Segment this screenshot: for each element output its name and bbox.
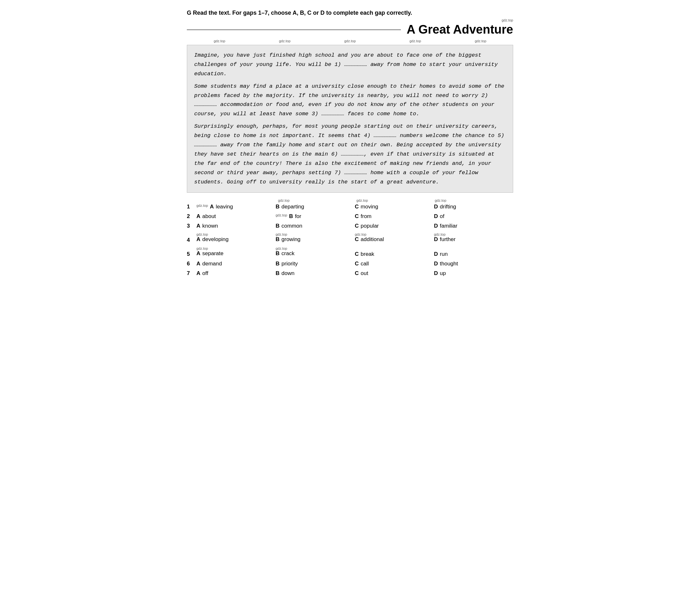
answer-num-7: 7 (187, 270, 197, 276)
word-5b: crack (282, 250, 295, 257)
letter-6c: C (355, 261, 359, 267)
watermark-5: gdz.top (475, 39, 486, 43)
answer-1a: gdz.top A leaving (197, 204, 276, 210)
answer-2a: A about (197, 213, 276, 220)
letter-6d: D (434, 261, 438, 267)
word-2d: of (440, 213, 445, 220)
answer-1d: D drifting (434, 204, 513, 210)
watermark-1: gdz.top (214, 39, 225, 43)
answer-1b: B departing (276, 204, 355, 210)
answer-num-4: 4 (187, 232, 197, 243)
answer-5d: D run (434, 246, 513, 257)
answer-6c: C call (355, 261, 434, 267)
col-d-watermark: gdz.top (435, 198, 513, 202)
letter-4d: D (434, 236, 438, 243)
answer-num-2: 2 (187, 213, 197, 220)
letter-3d: D (434, 223, 438, 229)
word-6d: thought (440, 261, 458, 267)
letter-7b: B (276, 270, 279, 276)
answer-5c: C break (355, 246, 434, 257)
letter-4a: A (197, 236, 200, 243)
paragraph-1: Imagine, you have just finished high sch… (194, 51, 506, 79)
word-3a: known (202, 223, 218, 229)
answer-3c: C popular (355, 223, 434, 229)
watermark-5a: gdz.top (197, 246, 276, 250)
word-2b: for (295, 213, 301, 220)
answer-6a: A demand (197, 261, 276, 267)
answer-5b-col: gdz.top B crack (276, 246, 355, 257)
answer-7a: A off (197, 270, 276, 276)
answer-7c: C out (355, 270, 434, 276)
watermark-2: gdz.top (279, 39, 290, 43)
word-7a: off (202, 270, 208, 276)
answer-row-6: 6 A demand B priority C call D thought (187, 261, 513, 267)
letter-1a: A (210, 204, 214, 210)
answer-3b: B common (276, 223, 355, 229)
page-title: A Great Adventure (407, 23, 513, 37)
answer-4c-col: gdz.top C additional (355, 232, 434, 243)
watermark-header: gdz.top (502, 18, 513, 22)
word-7b: down (282, 270, 295, 276)
letter-2a: A (197, 213, 200, 220)
answer-row-7: 7 A off B down C out D up (187, 270, 513, 276)
answer-6b: B priority (276, 261, 355, 267)
answer-4a: A developing (197, 236, 276, 243)
watermarks-row: gdz.top gdz.top gdz.top gdz.top gdz.top (187, 39, 513, 43)
watermark-1a: gdz.top (197, 204, 208, 207)
answer-4a-col: gdz.top A developing (197, 232, 276, 243)
letter-3a: A (197, 223, 200, 229)
answer-3d: D familiar (434, 223, 513, 229)
letter-3b: B (276, 223, 279, 229)
word-1a: leaving (216, 204, 233, 210)
col-b-watermark: gdz.top (278, 198, 357, 202)
answer-row-3: 3 A known B common C popular D familiar (187, 223, 513, 229)
answer-7b: B down (276, 270, 355, 276)
watermark-4a: gdz.top (197, 232, 276, 236)
watermark-2b: gdz.top (276, 213, 287, 217)
instruction: G Read the text. For gaps 1–7, choose A,… (187, 10, 513, 16)
letter-1c: C (355, 204, 359, 210)
word-5c: break (361, 251, 374, 257)
reading-text: Imagine, you have just finished high sch… (187, 45, 513, 193)
letter-2b: B (289, 213, 293, 220)
word-6c: call (361, 261, 369, 267)
title-section: A Great Adventure (187, 23, 513, 37)
word-3b: common (282, 223, 302, 229)
watermark-4d: gdz.top (434, 232, 513, 236)
answer-num-5: 5 (187, 246, 197, 257)
letter-4c: C (355, 236, 359, 243)
letter-1d: D (434, 204, 438, 210)
word-5d: run (440, 251, 448, 257)
answer-1c: C moving (355, 204, 434, 210)
answer-6d: D thought (434, 261, 513, 267)
answer-row-2: 2 A about gdz.top B for C from D of (187, 213, 513, 220)
answer-7d: D up (434, 270, 513, 276)
letter-7a: A (197, 270, 200, 276)
answer-2d: D of (434, 213, 513, 220)
word-7d: up (440, 270, 446, 276)
letter-6a: A (197, 261, 200, 267)
word-1b: departing (282, 204, 304, 210)
answer-4b: B growing (276, 236, 355, 243)
letter-5b: B (276, 250, 279, 257)
answer-2b: gdz.top B for (276, 213, 355, 220)
letter-4b: B (276, 236, 279, 243)
answer-2c: C from (355, 213, 434, 220)
paragraph-3: Surprisingly enough, perhaps, for most y… (194, 122, 506, 187)
answer-4c: C additional (355, 236, 434, 243)
letter-7c: C (355, 270, 359, 276)
word-7c: out (361, 270, 368, 276)
letter-5a: A (197, 250, 200, 257)
answers-section: gdz.top gdz.top gdz.top 1 gdz.top A leav… (187, 198, 513, 276)
word-4c: additional (361, 236, 384, 243)
answer-4b-col: gdz.top B growing (276, 232, 355, 243)
word-1d: drifting (440, 204, 456, 210)
col-c-watermark: gdz.top (357, 198, 435, 202)
answer-row-1: 1 gdz.top A leaving B departing C moving… (187, 204, 513, 210)
answer-5a: A separate (197, 250, 276, 257)
answer-num-3: 3 (187, 223, 197, 229)
word-4d: further (440, 236, 455, 243)
watermark-3: gdz.top (344, 39, 356, 43)
word-5a: separate (202, 250, 223, 257)
watermark-5b: gdz.top (276, 246, 355, 250)
